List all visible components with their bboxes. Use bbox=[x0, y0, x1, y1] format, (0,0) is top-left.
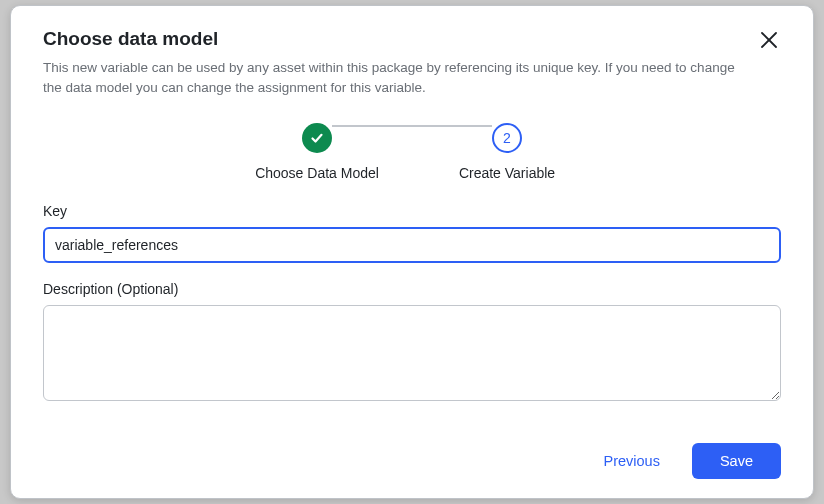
modal-title-block: Choose data model This new variable can … bbox=[43, 28, 745, 97]
modal-footer: Previous Save bbox=[43, 423, 781, 479]
modal-subtitle: This new variable can be used by any ass… bbox=[43, 58, 745, 97]
field-key: Key bbox=[43, 203, 781, 263]
stepper: Choose Data Model 2 Create Variable bbox=[43, 123, 781, 181]
step-connector bbox=[332, 125, 492, 127]
close-icon bbox=[759, 30, 779, 50]
description-label: Description (Optional) bbox=[43, 281, 781, 297]
step-choose-data-model: Choose Data Model bbox=[222, 123, 412, 181]
description-input[interactable] bbox=[43, 305, 781, 401]
check-icon bbox=[310, 131, 324, 145]
close-button[interactable] bbox=[757, 28, 781, 52]
modal-header: Choose data model This new variable can … bbox=[43, 28, 781, 97]
previous-button[interactable]: Previous bbox=[594, 445, 670, 477]
key-input[interactable] bbox=[43, 227, 781, 263]
modal-title: Choose data model bbox=[43, 28, 745, 50]
modal-dialog: Choose data model This new variable can … bbox=[10, 5, 814, 499]
save-button[interactable]: Save bbox=[692, 443, 781, 479]
step-label: Choose Data Model bbox=[255, 165, 379, 181]
step-done-circle bbox=[302, 123, 332, 153]
step-label: Create Variable bbox=[459, 165, 555, 181]
field-description: Description (Optional) bbox=[43, 281, 781, 405]
step-current-circle: 2 bbox=[492, 123, 522, 153]
key-label: Key bbox=[43, 203, 781, 219]
step-create-variable: 2 Create Variable bbox=[412, 123, 602, 181]
